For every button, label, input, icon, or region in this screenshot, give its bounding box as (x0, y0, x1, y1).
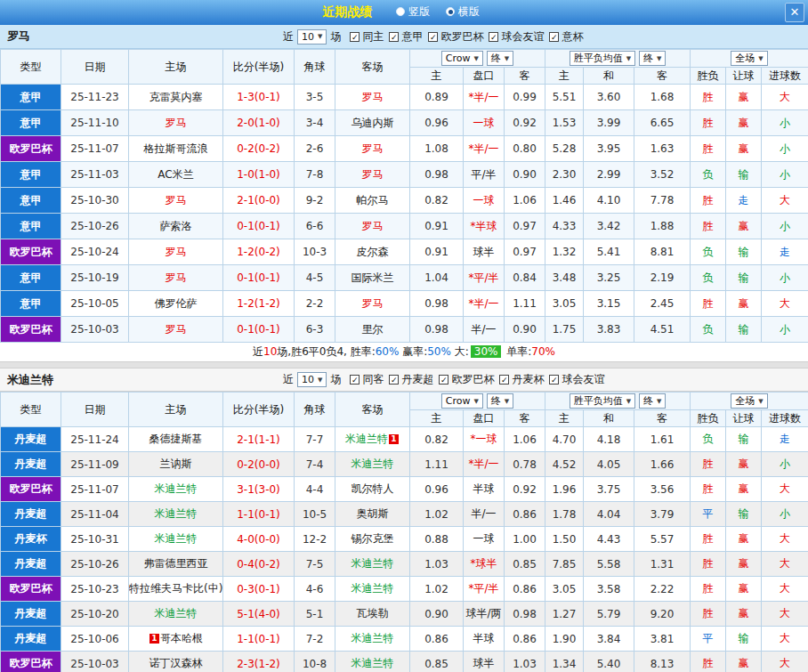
filter-checkbox-丹麦杯[interactable]: ✓丹麦杯 (499, 372, 544, 387)
match-date: 25-10-06 (61, 627, 129, 652)
filter-checkbox-意甲[interactable]: ✓意甲 (389, 29, 423, 45)
corners: 7-2 (295, 627, 335, 652)
chevron-down-icon: ▼ (505, 398, 509, 405)
team-cell: 米迪兰特 (129, 502, 223, 527)
wdl-odds-home: 1.53 (545, 110, 584, 136)
handicap-result-cell: 输 (726, 265, 762, 291)
matches-table: 类型 日期 主场 比分(半场) 角球 客场 Crow ▼ 终 ▼ 胜平负均值 (0, 392, 808, 672)
handicap-odds-away: 0.92 (505, 110, 545, 136)
match-row: 意甲25-10-05佛罗伦萨1-2(1-2)2-2罗马0.98*半/一1.113… (1, 291, 808, 317)
scope-select[interactable]: 全场 ▼ (731, 393, 767, 409)
filter-checkbox-同客[interactable]: ✓同客 (350, 372, 384, 387)
match-date: 25-10-19 (61, 265, 129, 291)
odds-time-value: 终 (491, 52, 501, 65)
team-name: 里尔 (362, 323, 384, 336)
wdl-odds-away: 2.45 (634, 291, 691, 317)
wdl-time-value: 终 (643, 394, 653, 408)
layout-horizontal-radio[interactable]: 横版 (446, 4, 480, 20)
result-cell: 胜 (691, 552, 726, 577)
handicap-line: 一球 (464, 527, 505, 552)
col-wdl-away: 客 (634, 410, 691, 427)
handicap-odds-away: 0.84 (505, 265, 545, 291)
team-cell: 罗马 (335, 214, 410, 239)
team-name: 米迪兰特 (155, 532, 198, 545)
filter-checkbox-丹麦超[interactable]: ✓丹麦超 (389, 372, 433, 387)
wdl-odds-away: 6.65 (634, 110, 691, 136)
col-away: 客场 (335, 393, 410, 427)
col-date: 日期 (61, 50, 129, 85)
filter-checkbox-欧罗巴杯[interactable]: ✓欧罗巴杯 (439, 372, 494, 387)
col-home: 主场 (129, 50, 223, 85)
wdl-time-select[interactable]: 终 ▼ (639, 51, 666, 66)
scope-select[interactable]: 全场 ▼ (731, 51, 767, 66)
corners: 7-8 (295, 162, 335, 188)
match-date: 25-10-05 (61, 291, 129, 317)
odds-time-select[interactable]: 终 ▼ (487, 51, 513, 66)
corners: 10-8 (295, 652, 335, 672)
chevron-down-icon: ▼ (626, 55, 631, 62)
match-date: 25-10-31 (61, 527, 129, 552)
filter-checkbox-球会友谊[interactable]: ✓球会友谊 (549, 372, 604, 387)
competition-badge: 意甲 (1, 110, 61, 136)
goals-result-cell: 大 (762, 188, 808, 214)
handicap-odds-home: 0.96 (410, 110, 464, 136)
team-cell: AC米兰 (129, 162, 223, 188)
match-row: 丹麦超25-10-20米迪兰特5-1(4-0)5-1瓦埃勒0.90球半/两0.9… (1, 602, 808, 627)
wdl-odds-draw: 3.60 (584, 85, 634, 110)
checkbox-label: 丹麦杯 (512, 372, 544, 387)
goals-result-cell: 走 (762, 239, 808, 265)
checkbox-label: 欧罗巴杯 (440, 29, 483, 45)
goals-result-cell: 大 (762, 85, 808, 110)
filter-checkbox-同主[interactable]: ✓同主 (350, 29, 384, 45)
handicap-odds-away: 0.90 (505, 162, 545, 188)
bookmaker-select[interactable]: Crow ▼ (441, 393, 483, 409)
match-row: 欧罗巴杯25-10-03罗马0-1(0-1)6-3里尔0.98半/一0.901.… (1, 317, 808, 343)
team-bar: 米迪兰特 近 10 ▼ 场 ✓同客✓丹麦超✓欧罗巴杯✓丹麦杯✓球会友谊 (0, 368, 808, 392)
close-button[interactable]: ✕ (785, 3, 804, 22)
match-count-select[interactable]: 10 ▼ (297, 29, 327, 45)
summary-count: 10 (263, 345, 277, 358)
col-goals-result: 进球数 (762, 410, 808, 427)
wdl-time-select[interactable]: 终 ▼ (639, 393, 666, 409)
near-label: 近 (283, 29, 294, 45)
wdl-odds-away: 1.31 (634, 552, 691, 577)
handicap-result-cell: 输 (726, 317, 762, 343)
title-bar: 近期战绩 竖版 横版 ✕ (0, 0, 808, 25)
match-date: 25-11-09 (61, 452, 129, 477)
match-date: 25-11-07 (61, 136, 129, 162)
wdl-odds-home: 5.51 (545, 85, 584, 110)
handicap-odds-home: 0.88 (410, 527, 464, 552)
checkbox-label: 球会友谊 (501, 29, 544, 45)
match-row: 意甲25-11-23克雷莫内塞1-3(0-1)3-5罗马0.89*半/一0.99… (1, 85, 808, 110)
filter-checkbox-欧罗巴杯[interactable]: ✓欧罗巴杯 (428, 29, 483, 45)
title-bar-center: 近期战绩 竖版 横版 (322, 4, 486, 21)
result-cell: 胜 (691, 188, 726, 214)
bookmaker-value: Crow (446, 395, 471, 407)
handicap-result-cell: 输 (726, 427, 762, 452)
layout-vertical-radio[interactable]: 竖版 (396, 4, 430, 20)
handicap-result-cell: 赢 (726, 110, 762, 136)
filter-checkbox-球会友谊[interactable]: ✓球会友谊 (489, 29, 544, 45)
team-cell: 格拉斯哥流浪 (129, 136, 223, 162)
wdl-odds-draw: 4.05 (584, 452, 634, 477)
handicap-line: *平/半 (464, 577, 505, 602)
filter-checkbox-意杯[interactable]: ✓意杯 (549, 29, 583, 45)
wdl-odds-home: 1.96 (545, 477, 584, 502)
odds-time-select[interactable]: 终 ▼ (487, 393, 513, 409)
team-cell: 乌迪内斯 (335, 110, 410, 136)
col-handicap-away: 客 (505, 410, 545, 427)
match-count-select[interactable]: 10 ▼ (297, 372, 327, 387)
handicap-odds-away: 1.11 (505, 291, 545, 317)
handicap-odds-home: 0.90 (410, 602, 464, 627)
handicap-odds-away: 1.03 (505, 652, 545, 672)
handicap-odds-away: 0.97 (505, 214, 545, 239)
handicap-result-cell: 赢 (726, 652, 762, 672)
team-cell: 里尔 (335, 317, 410, 343)
wdl-average-select[interactable]: 胜平负均值 ▼ (570, 393, 635, 409)
team-name: 瓦埃勒 (357, 607, 389, 619)
wdl-average-select[interactable]: 胜平负均值 ▼ (570, 51, 635, 66)
wdl-odds-home: 3.48 (545, 265, 584, 291)
team-cell: 罗马 (129, 265, 223, 291)
handicap-odds-group: Crow ▼ 终 ▼ (410, 393, 545, 410)
bookmaker-select[interactable]: Crow ▼ (441, 51, 483, 66)
